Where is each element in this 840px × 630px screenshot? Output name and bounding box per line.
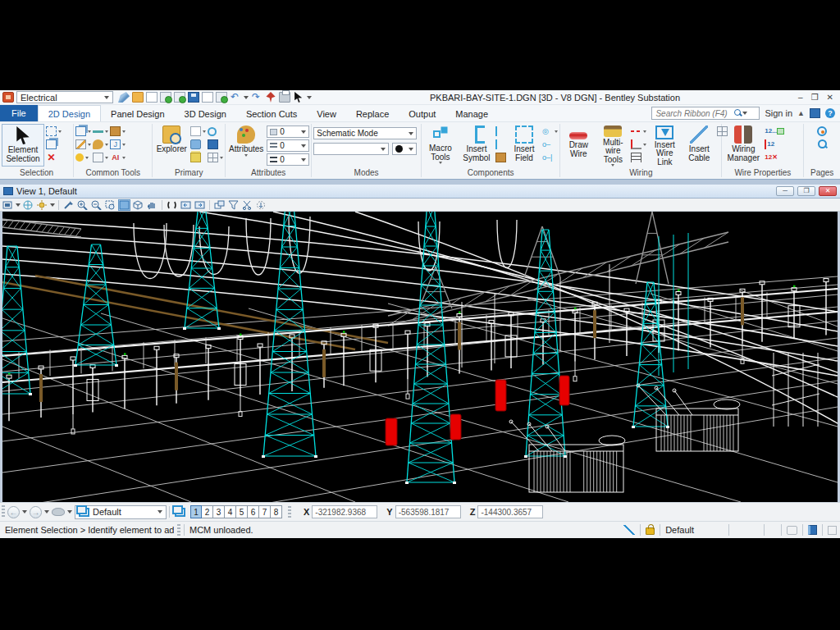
wire-settings-icon[interactable] xyxy=(717,126,728,136)
dropdown-icon[interactable] xyxy=(22,510,27,514)
tab-2d-design[interactable]: 2D Design xyxy=(38,105,101,121)
compress-file-icon[interactable] xyxy=(216,92,227,103)
line-style-combo[interactable]: 0 xyxy=(267,139,309,152)
element-selection-button[interactable]: Element Selection xyxy=(2,124,44,167)
ribbon-search[interactable] xyxy=(651,107,760,120)
viewport[interactable] xyxy=(0,212,840,502)
node-tool-icon[interactable]: ◎ xyxy=(542,126,553,136)
family-combo[interactable] xyxy=(313,143,389,155)
view-toggle-3[interactable]: 3 xyxy=(213,505,225,518)
export-db-icon[interactable] xyxy=(160,92,171,103)
view-minimize-button[interactable]: ─ xyxy=(776,186,794,196)
page-target-icon[interactable] xyxy=(817,126,827,136)
select-by-attributes-icon[interactable] xyxy=(46,126,57,136)
view-back-button[interactable]: ← xyxy=(7,506,20,518)
multi-wire-tools-button[interactable]: Multi-wire Tools xyxy=(596,124,629,167)
dropdown-icon[interactable] xyxy=(643,130,646,133)
link-tool-icon[interactable] xyxy=(75,126,86,136)
style-tool-icon[interactable] xyxy=(93,139,103,149)
macro-tools-button[interactable]: Macro Tools xyxy=(423,124,458,167)
view-toggle-6[interactable]: 6 xyxy=(248,505,259,518)
clip-volume-icon[interactable] xyxy=(227,199,240,211)
dropdown-icon[interactable] xyxy=(44,510,49,514)
view-group-combo[interactable]: Default xyxy=(75,505,167,519)
dropdown-icon[interactable] xyxy=(88,130,91,133)
zoom-in-icon[interactable] xyxy=(76,199,89,211)
save-settings-icon[interactable] xyxy=(202,92,213,103)
view-toggle-4[interactable]: 4 xyxy=(225,505,236,518)
toolbox-icon[interactable] xyxy=(495,153,506,162)
wire-delete-number-icon[interactable]: 12✕ xyxy=(765,153,775,162)
dropdown-icon[interactable] xyxy=(105,130,108,133)
mode-combo[interactable]: Schematic Mode xyxy=(313,127,417,139)
active-level-combo[interactable]: 0 xyxy=(267,126,309,138)
view-restore-button[interactable]: ❐ xyxy=(797,186,815,196)
dropdown-icon[interactable] xyxy=(122,144,126,146)
connect-icon[interactable] xyxy=(810,108,820,118)
clear-selection-icon[interactable]: ✕ xyxy=(46,153,57,162)
line-weight-combo[interactable]: 0 xyxy=(267,153,309,166)
insert-cable-button[interactable]: Insert Cable xyxy=(682,124,715,167)
models-icon[interactable] xyxy=(208,139,218,149)
draw-wire-button[interactable]: Draw Wire xyxy=(562,124,595,167)
dropdown-icon[interactable] xyxy=(88,144,91,146)
symbol-tag-icon[interactable] xyxy=(495,139,502,149)
markup-icon[interactable] xyxy=(808,525,817,535)
export-wire-icon[interactable] xyxy=(777,128,784,135)
view-toggle-7[interactable]: 7 xyxy=(259,505,271,518)
minimize-button[interactable]: – xyxy=(798,93,803,102)
saved-views-icon[interactable] xyxy=(52,508,65,516)
page-search-icon[interactable] xyxy=(817,139,828,148)
lock-icon[interactable] xyxy=(646,527,655,535)
pan-view-icon[interactable] xyxy=(146,199,158,211)
redo-icon[interactable] xyxy=(251,92,262,103)
print-icon[interactable] xyxy=(279,92,290,103)
levels-icon[interactable] xyxy=(190,153,201,162)
display-style-icon[interactable] xyxy=(2,199,14,211)
active-level[interactable]: Default xyxy=(665,525,694,535)
help-icon[interactable]: ? xyxy=(825,108,835,118)
wire-corner-icon[interactable] xyxy=(631,139,641,149)
saved-views-icon[interactable] xyxy=(190,139,201,149)
view-titlebar[interactable]: View 1, Default ─ ❐ ✕ xyxy=(0,185,840,199)
dropdown-icon[interactable] xyxy=(16,203,21,207)
dropdown-icon[interactable] xyxy=(203,130,206,133)
close-button[interactable]: ✕ xyxy=(827,93,833,102)
toolbar-grip[interactable] xyxy=(2,505,5,518)
geographic-icon[interactable] xyxy=(208,127,217,136)
insert-wire-link-button[interactable]: Insert Wire Link xyxy=(648,124,681,167)
dropdown-icon[interactable] xyxy=(67,510,72,514)
view-toggle-icon[interactable] xyxy=(175,508,185,517)
z-coordinate-field[interactable] xyxy=(477,505,543,518)
zoom-out-icon[interactable] xyxy=(90,199,103,211)
wire-number-icon[interactable]: 12... xyxy=(765,126,775,136)
workflow-select[interactable]: Electrical xyxy=(16,91,113,103)
view-next-icon[interactable] xyxy=(194,199,206,211)
terminal-tool-icon[interactable]: o– xyxy=(542,139,553,149)
x-coordinate-field[interactable] xyxy=(312,505,377,518)
journal-tool-icon[interactable]: J xyxy=(110,139,121,149)
tab-3d-design[interactable]: 3D Design xyxy=(175,105,236,121)
tab-view[interactable]: View xyxy=(307,105,346,121)
wire-renumber-icon[interactable]: 12 xyxy=(765,139,775,149)
save-icon[interactable] xyxy=(188,92,199,103)
selection-set-icon[interactable] xyxy=(46,139,57,149)
insert-symbol-button[interactable]: Insert Symbol xyxy=(459,124,494,167)
view-attributes-icon[interactable] xyxy=(22,199,34,211)
y-coordinate-field[interactable] xyxy=(395,505,461,518)
light-tool-icon[interactable] xyxy=(75,153,84,162)
dropdown-icon[interactable] xyxy=(50,203,55,207)
explorer-button[interactable]: Explorer xyxy=(154,124,189,167)
dropdown-icon[interactable] xyxy=(85,157,89,159)
tab-panel-design[interactable]: Panel Design xyxy=(101,105,174,121)
symbol-number-icon[interactable] xyxy=(495,126,502,136)
view-toggle-8[interactable]: 8 xyxy=(271,505,282,518)
change-tracking-icon[interactable] xyxy=(787,526,797,535)
restore-button[interactable]: ❐ xyxy=(811,93,819,102)
brightness-icon[interactable] xyxy=(36,199,48,211)
text-tool-icon[interactable]: AI xyxy=(110,153,121,162)
tab-manage[interactable]: Manage xyxy=(445,105,498,121)
snap-mode-icon[interactable] xyxy=(623,525,635,535)
new-file-icon[interactable] xyxy=(146,92,158,103)
walk-icon[interactable] xyxy=(166,199,178,211)
